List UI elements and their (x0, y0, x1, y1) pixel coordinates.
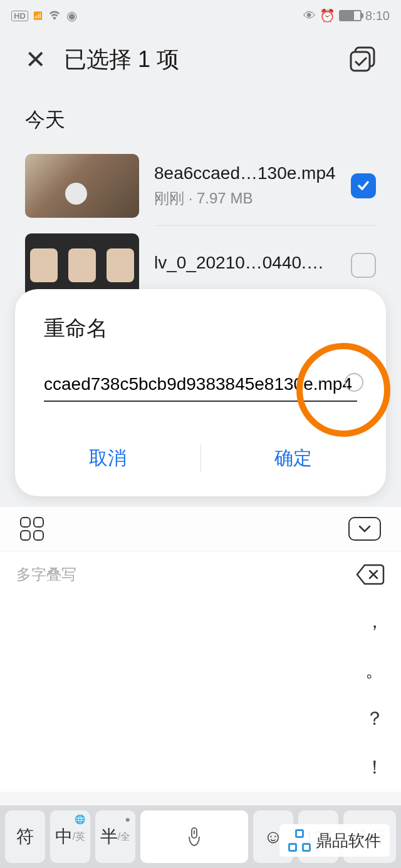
suggestion-hint: 多字叠写 (16, 564, 76, 585)
watermark: 鼎品软件 (279, 824, 390, 857)
status-bar: HD 📶 ◉ 👁 ⏰ 8:10 (0, 0, 401, 31)
wifi-icon (48, 9, 61, 23)
header: ✕ 已选择 1 项 (0, 31, 401, 88)
dialog-input-wrap (15, 368, 386, 402)
punct-key[interactable]: ！ (365, 755, 384, 780)
file-thumbnail (25, 154, 139, 218)
clear-input-button[interactable] (345, 373, 363, 392)
file-thumbnail (25, 233, 139, 297)
keyboard-switcher-icon[interactable] (20, 517, 44, 541)
space-key[interactable] (140, 810, 248, 863)
confirm-button[interactable]: 确定 (201, 433, 387, 484)
language-key[interactable]: 🌐中/英 (50, 810, 90, 863)
file-meta: 刚刚 · 7.97 MB (154, 188, 336, 208)
symbol-key[interactable]: 符 (5, 810, 45, 863)
status-left: HD 📶 ◉ (11, 8, 77, 23)
keyboard-suggestion-bar: 多字叠写 (0, 551, 401, 598)
file-checkbox[interactable] (351, 173, 376, 198)
status-right: 👁 ⏰ 8:10 (303, 8, 390, 23)
width-key[interactable]: ●半/全 (95, 810, 135, 863)
handwriting-area[interactable]: ， 。 ？ ！ (0, 598, 401, 792)
watermark-text: 鼎品软件 (316, 830, 381, 852)
file-row[interactable]: 8ea6ccaed…130e.mp4 刚刚 · 7.97 MB (0, 146, 401, 225)
dialog-actions: 取消 确定 (15, 433, 386, 484)
alarm-icon: ⏰ (320, 8, 335, 23)
battery-icon (339, 10, 362, 21)
hd-badge: HD (11, 11, 28, 21)
file-info: 8ea6ccaed…130e.mp4 刚刚 · 7.97 MB (154, 163, 336, 208)
backspace-button[interactable] (356, 564, 385, 585)
file-checkbox[interactable] (351, 253, 376, 278)
file-info: lv_0_20210…0440.mp4 (154, 253, 336, 278)
close-button[interactable]: ✕ (25, 45, 46, 74)
punctuation-column: ， 。 ？ ！ (348, 598, 401, 792)
signal-icon: 📶 (33, 11, 43, 20)
section-today: 今天 (0, 88, 401, 146)
file-name: 8ea6ccaed…130e.mp4 (154, 163, 336, 183)
punct-key[interactable]: 。 (365, 658, 384, 683)
alarm-small-icon: ◉ (66, 8, 77, 23)
keyboard: 多字叠写 ， 。 ？ ！ 符 🌐中/英 ●半/全 ☺ 123 换行 (0, 507, 401, 868)
punct-key[interactable]: ？ (365, 706, 384, 732)
status-time: 8:10 (365, 9, 390, 23)
punct-key[interactable]: ， (365, 609, 384, 635)
rename-input[interactable] (44, 368, 357, 402)
select-all-button[interactable] (350, 46, 376, 73)
dialog-title: 重命名 (15, 314, 386, 368)
page-title: 已选择 1 项 (64, 44, 332, 75)
cancel-button[interactable]: 取消 (15, 433, 200, 484)
keyboard-toolbar (0, 507, 401, 551)
keyboard-collapse-button[interactable] (348, 517, 381, 541)
file-name: lv_0_20210…0440.mp4 (154, 253, 336, 273)
rename-dialog: 重命名 取消 确定 (15, 289, 386, 496)
svg-rect-1 (351, 52, 370, 71)
eye-icon: 👁 (303, 9, 316, 23)
watermark-icon (288, 829, 311, 852)
